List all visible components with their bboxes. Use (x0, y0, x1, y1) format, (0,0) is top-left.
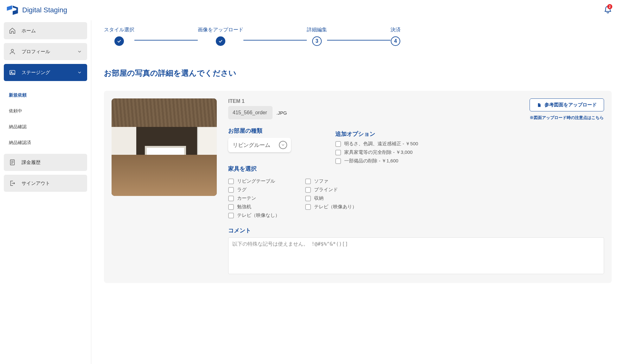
checkbox[interactable] (305, 204, 311, 210)
room-type-value: リビングルーム (233, 141, 270, 149)
sidebar-item-label: ホーム (22, 28, 36, 34)
checkbox-row[interactable]: 明るさ、色調、遠近感補正 - ￥500 (335, 141, 604, 147)
checkbox-row[interactable]: テレビ（映像あり） (305, 204, 357, 210)
checkbox[interactable] (305, 187, 311, 193)
step-label: スタイル選択 (104, 27, 134, 33)
step-connector (243, 40, 307, 41)
checkbox[interactable] (335, 158, 341, 164)
logo-icon (6, 4, 19, 16)
staging-subnav: 新規依頼 依頼中 納品確認 納品確認済 (4, 85, 87, 154)
checkbox-label: 一部備品の削除 - ￥1,600 (344, 158, 398, 164)
furniture-heading: 家具を選択 (228, 165, 323, 173)
file-extension: .JPG (276, 110, 287, 116)
stepper: スタイル選択 画像をアップロード 詳細編集 3 決済 4 (104, 27, 612, 46)
room-type-heading: お部屋の種類 (228, 127, 323, 135)
checkbox-label: 明るさ、色調、遠近感補正 - ￥500 (344, 141, 418, 147)
checkbox-label: ソファ (314, 178, 328, 184)
sidebar-item-label: サインアウト (22, 180, 50, 186)
checkbox-label: テレビ（映像あり） (314, 204, 357, 210)
checkbox-row[interactable]: リビングテーブル (228, 178, 280, 184)
step-label: 決済 (390, 27, 401, 33)
app-title: Digital Staging (22, 6, 67, 14)
checkbox-label: リビングテーブル (237, 178, 275, 184)
checkbox-label: カーテン (237, 195, 256, 201)
checkbox-row[interactable]: 一部備品の削除 - ￥1,600 (335, 158, 604, 164)
item-label: ITEM 1 (228, 98, 323, 104)
sidebar-item-billing[interactable]: 課金履歴 (4, 154, 87, 171)
home-icon (9, 27, 16, 34)
sidebar-item-home[interactable]: ホーム (4, 22, 87, 39)
upload-reference-label: 参考図面をアップロード (544, 102, 597, 108)
checkbox-row[interactable]: ラグ (228, 187, 280, 193)
subnav-new-request[interactable]: 新規依頼 (4, 87, 87, 103)
step-label: 画像をアップロード (198, 27, 243, 33)
step-connector (134, 40, 198, 41)
checkbox-label: ラグ (237, 187, 247, 193)
checkbox[interactable] (228, 196, 234, 201)
checkbox-row[interactable]: ソファ (305, 178, 357, 184)
subnav-delivery-done[interactable]: 納品確認済 (4, 135, 87, 151)
checkbox-row[interactable]: テレビ（映像なし） (228, 212, 280, 218)
filename-chip: 415_566_order (228, 106, 273, 119)
step-done-icon (114, 36, 124, 46)
sidebar-item-signout[interactable]: サインアウト (4, 175, 87, 192)
item-card: ITEM 1 415_566_order .JPG お部屋の種類 リビングルーム (104, 91, 612, 283)
notification-badge: 2 (607, 4, 612, 9)
checkbox[interactable] (335, 141, 341, 147)
room-type-select[interactable]: リビングルーム (228, 138, 291, 152)
comment-heading: コメント (228, 227, 604, 234)
svg-point-0 (11, 49, 13, 52)
checkbox-label: ブラインド (314, 187, 338, 193)
step-2: 画像をアップロード (198, 27, 243, 46)
step-1: スタイル選択 (104, 27, 134, 46)
checkbox-label: 家具家電等の完全削除 - ￥3,000 (344, 149, 413, 155)
upload-note-link[interactable]: ※図面アップロード時の注意点はこちら (530, 115, 604, 121)
sidebar-item-staging[interactable]: ステージング (4, 64, 87, 81)
checkbox-row[interactable]: カーテン (228, 195, 280, 201)
checkbox-label: 勉強机 (237, 204, 251, 210)
checkbox[interactable] (228, 204, 234, 210)
sidebar-item-label: ステージング (22, 70, 50, 76)
chevron-down-icon (77, 70, 82, 75)
subnav-in-progress[interactable]: 依頼中 (4, 103, 87, 119)
checkbox-row[interactable]: ブラインド (305, 187, 357, 193)
main-content: スタイル選択 画像をアップロード 詳細編集 3 決済 4 (91, 20, 618, 364)
logo-area: Digital Staging (6, 4, 67, 16)
image-icon (9, 69, 16, 76)
checkbox[interactable] (305, 196, 311, 201)
checkbox-label: 収納 (314, 195, 324, 201)
step-label: 詳細編集 (307, 27, 327, 33)
chevron-down-icon (279, 141, 287, 149)
upload-reference-button[interactable]: 参考図面をアップロード (530, 98, 604, 111)
checkbox[interactable] (305, 179, 311, 184)
sidebar: ホーム プロフィール ステージング 新規依頼 依頼中 納品確認 納品確認済 課金… (0, 20, 91, 364)
checkbox[interactable] (228, 187, 234, 193)
additional-options-heading: 追加オプション (335, 130, 604, 138)
step-number: 3 (312, 36, 322, 46)
step-connector (327, 40, 390, 41)
comment-textarea[interactable] (228, 237, 604, 274)
checkbox-label: テレビ（映像なし） (237, 212, 280, 218)
sidebar-item-label: プロフィール (22, 49, 50, 55)
checkbox-row[interactable]: 収納 (305, 195, 357, 201)
receipt-icon (9, 159, 16, 166)
checkbox[interactable] (228, 179, 234, 184)
section-title: お部屋の写真の詳細を選んでください (104, 68, 612, 78)
room-thumbnail[interactable] (112, 98, 217, 196)
user-icon (9, 48, 16, 55)
subnav-delivery-check[interactable]: 納品確認 (4, 119, 87, 135)
step-done-icon (216, 36, 225, 46)
step-3: 詳細編集 3 (307, 27, 327, 46)
sidebar-item-profile[interactable]: プロフィール (4, 43, 87, 60)
signout-icon (9, 180, 16, 187)
sidebar-item-label: 課金履歴 (22, 160, 41, 166)
checkbox-row[interactable]: 勉強机 (228, 204, 280, 210)
chevron-down-icon (77, 49, 82, 54)
checkbox[interactable] (228, 213, 234, 218)
step-number: 4 (391, 36, 400, 46)
step-4: 決済 4 (390, 27, 401, 46)
checkbox[interactable] (335, 150, 341, 155)
notifications-button[interactable]: 2 (604, 5, 612, 15)
file-icon (537, 103, 541, 108)
checkbox-row[interactable]: 家具家電等の完全削除 - ￥3,000 (335, 149, 604, 155)
